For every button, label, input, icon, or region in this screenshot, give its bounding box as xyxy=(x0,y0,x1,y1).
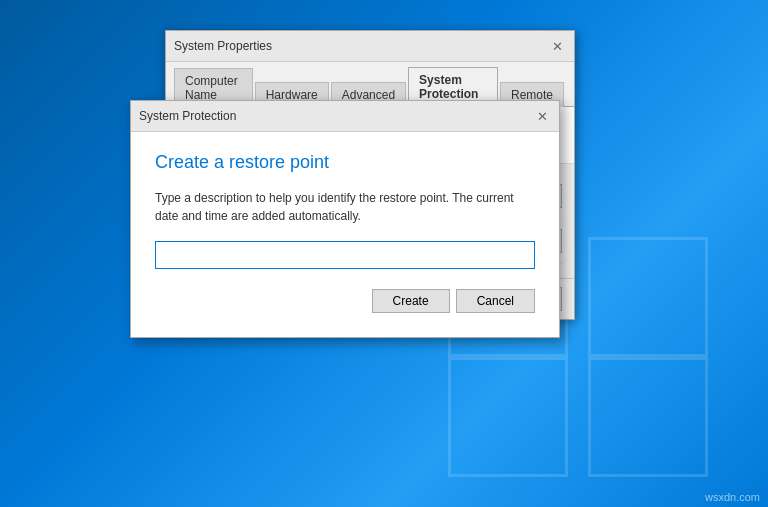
sp-create-button[interactable]: Create xyxy=(372,289,450,313)
sp-dialog-content: Create a restore point Type a descriptio… xyxy=(131,132,559,337)
create-restore-point-dialog: System Protection ✕ Create a restore poi… xyxy=(130,100,560,338)
watermark: wsxdn.com xyxy=(705,491,760,503)
desktop: System Properties ✕ Computer Name Hardwa… xyxy=(0,0,768,507)
sp-heading: Create a restore point xyxy=(155,152,535,173)
system-properties-close-button[interactable]: ✕ xyxy=(548,37,566,55)
restore-point-description-input[interactable] xyxy=(155,241,535,269)
sp-cancel-button[interactable]: Cancel xyxy=(456,289,535,313)
system-properties-titlebar: System Properties ✕ xyxy=(166,31,574,62)
sp-close-button[interactable]: ✕ xyxy=(533,107,551,125)
sp-dialog-title: System Protection xyxy=(139,109,236,123)
sp-description: Type a description to help you identify … xyxy=(155,189,535,225)
system-properties-title: System Properties xyxy=(174,39,272,53)
sp-titlebar: System Protection ✕ xyxy=(131,101,559,132)
sp-dialog-buttons: Create Cancel xyxy=(155,289,535,317)
